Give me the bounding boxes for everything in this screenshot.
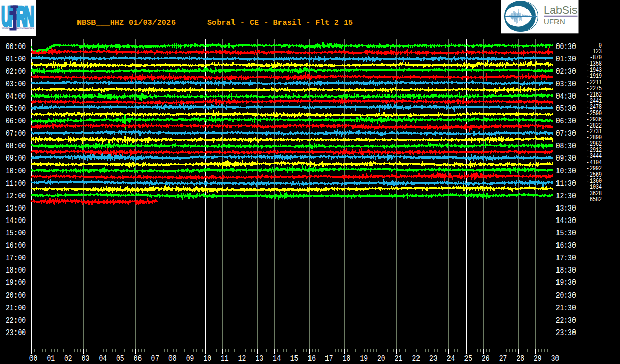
svg-text:01:00: 01:00 [6, 54, 26, 64]
svg-text:26: 26 [482, 353, 490, 363]
svg-text:UNIVERSIDADE FEDERAL DO RIO GR: UNIVERSIDADE FEDERAL DO RIO GRANDE DO NO… [2, 27, 34, 29]
svg-text:02:00: 02:00 [6, 66, 26, 76]
svg-text:00: 00 [29, 353, 38, 363]
svg-text:11: 11 [221, 353, 229, 363]
svg-text:17:30: 17:30 [556, 253, 576, 263]
svg-text:6582: 6582 [590, 195, 602, 203]
svg-text:15:00: 15:00 [6, 228, 26, 238]
svg-text:03: 03 [82, 353, 90, 363]
svg-text:13: 13 [255, 353, 264, 363]
svg-text:11:00: 11:00 [6, 178, 26, 188]
svg-text:LabSis: LabSis [544, 4, 578, 17]
svg-text:18:00: 18:00 [6, 265, 26, 276]
svg-text:21: 21 [395, 353, 403, 363]
svg-text:27: 27 [499, 353, 507, 363]
svg-text:10:00: 10:00 [6, 166, 26, 176]
svg-text:22:00: 22:00 [6, 315, 26, 325]
svg-text:08:30: 08:30 [556, 141, 576, 151]
svg-text:22:30: 22:30 [556, 315, 576, 325]
svg-text:09: 09 [186, 353, 194, 363]
svg-text:28: 28 [516, 353, 524, 363]
svg-text:00:00: 00:00 [6, 41, 26, 52]
svg-text:10: 10 [203, 353, 211, 363]
svg-text:13:00: 13:00 [6, 203, 26, 213]
svg-text:03:30: 03:30 [556, 78, 576, 89]
svg-text:06:00: 06:00 [6, 116, 26, 126]
svg-text:16:00: 16:00 [6, 241, 26, 251]
svg-text:03:00: 03:00 [6, 78, 26, 89]
svg-text:12: 12 [238, 353, 246, 363]
svg-text:19:00: 19:00 [6, 278, 26, 288]
svg-text:25: 25 [464, 353, 472, 363]
svg-text:07: 07 [151, 353, 159, 363]
svg-text:16:30: 16:30 [556, 241, 576, 251]
svg-text:15:30: 15:30 [556, 228, 576, 238]
svg-text:08: 08 [168, 353, 177, 363]
svg-text:01:30: 01:30 [556, 54, 576, 64]
svg-text:23:00: 23:00 [6, 327, 26, 338]
svg-text:17:00: 17:00 [6, 253, 26, 263]
svg-text:12:30: 12:30 [556, 191, 576, 201]
svg-text:11:30: 11:30 [556, 178, 576, 188]
svg-text:12:00: 12:00 [6, 191, 26, 201]
svg-text:UFRN: UFRN [544, 18, 565, 26]
svg-text:02:30: 02:30 [556, 66, 576, 76]
svg-text:24: 24 [447, 353, 455, 363]
svg-text:19: 19 [360, 353, 368, 363]
svg-text:19:30: 19:30 [556, 278, 576, 288]
svg-text:07:30: 07:30 [556, 129, 576, 139]
svg-text:04:30: 04:30 [556, 91, 576, 101]
svg-text:13:30: 13:30 [556, 203, 576, 213]
svg-text:18: 18 [343, 353, 351, 363]
svg-text:20:00: 20:00 [6, 290, 26, 300]
svg-text:20: 20 [377, 353, 385, 363]
svg-text:09:30: 09:30 [556, 153, 576, 164]
svg-text:Sobral - CE - Brasil - Flt 2 1: Sobral - CE - Brasil - Flt 2 15 [207, 19, 353, 27]
svg-text:00:30: 00:30 [556, 41, 576, 52]
svg-text:05:30: 05:30 [556, 103, 576, 114]
svg-text:05: 05 [116, 353, 125, 363]
svg-text:05:00: 05:00 [6, 103, 26, 114]
svg-text:14: 14 [273, 353, 281, 363]
svg-text:02: 02 [64, 353, 72, 363]
svg-text:20:30: 20:30 [556, 290, 576, 300]
svg-text:22: 22 [412, 353, 420, 363]
svg-text:17: 17 [325, 353, 333, 363]
svg-text:21:30: 21:30 [556, 303, 576, 313]
svg-text:23:30: 23:30 [556, 327, 576, 338]
svg-text:14:30: 14:30 [556, 215, 576, 226]
svg-text:18:30: 18:30 [556, 265, 576, 276]
svg-text:09:00: 09:00 [6, 153, 26, 164]
svg-text:01: 01 [47, 353, 55, 363]
svg-text:10:30: 10:30 [556, 166, 576, 176]
svg-text:15: 15 [290, 353, 299, 363]
svg-text:14:00: 14:00 [6, 215, 26, 226]
svg-text:29: 29 [534, 353, 542, 363]
svg-text:06:30: 06:30 [556, 116, 576, 126]
svg-text:04:00: 04:00 [6, 91, 26, 101]
svg-text:08:00: 08:00 [6, 141, 26, 151]
svg-text:30: 30 [551, 353, 560, 363]
svg-text:16: 16 [307, 353, 316, 363]
svg-text:NBSB___HHZ 01/03/2026: NBSB___HHZ 01/03/2026 [77, 19, 176, 27]
svg-text:04: 04 [99, 353, 107, 363]
svg-text:23: 23 [429, 353, 438, 363]
svg-text:21:00: 21:00 [6, 303, 26, 313]
svg-text:07:00: 07:00 [6, 129, 26, 139]
svg-text:06: 06 [134, 353, 142, 363]
